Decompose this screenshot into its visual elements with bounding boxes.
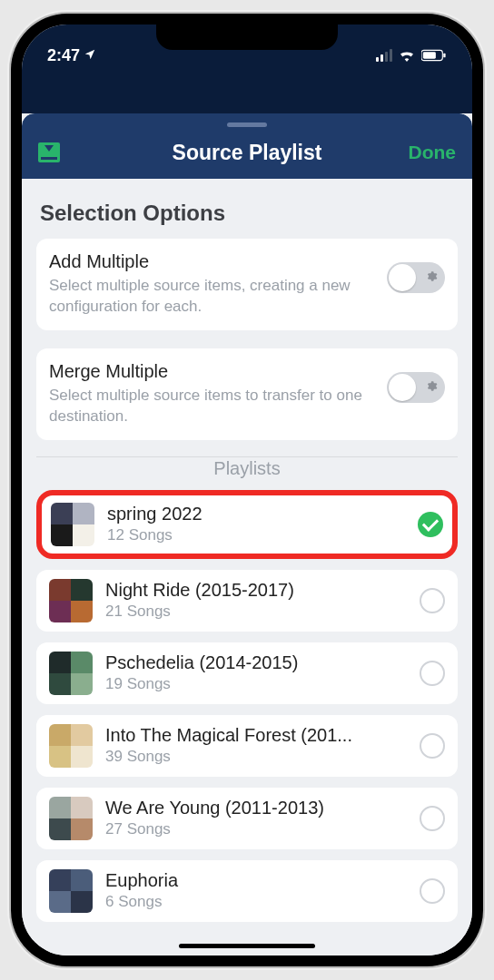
option-card: Add Multiple Select multiple source item… [36, 239, 458, 330]
svg-rect-2 [443, 54, 445, 58]
radio-unchecked[interactable] [420, 588, 445, 613]
status-right [376, 49, 447, 62]
playlist-subtitle: 21 Songs [105, 603, 420, 621]
toggle-knob [389, 374, 416, 401]
battery-icon [421, 49, 447, 62]
playlist-text: We Are Young (2011-2013) 27 Songs [105, 798, 420, 838]
playlist-artwork [49, 652, 93, 695]
playlist-row[interactable]: Pschedelia (2014-2015) 19 Songs [36, 642, 458, 704]
location-icon [84, 46, 96, 65]
done-button[interactable]: Done [409, 142, 457, 163]
playlist-artwork [49, 797, 93, 840]
playlist-title: Euphoria [105, 870, 420, 891]
status-time: 2:47 [47, 46, 80, 65]
gear-icon [425, 379, 438, 395]
playlist-title: Night Ride (2015-2017) [105, 580, 420, 601]
option-text: Add Multiple Select multiple source item… [49, 251, 387, 318]
phone-screen: 2:47 [22, 24, 472, 956]
playlist-subtitle: 19 Songs [105, 675, 420, 693]
radio-unchecked[interactable] [420, 661, 445, 686]
playlist-artwork [49, 869, 93, 913]
home-indicator[interactable] [179, 944, 315, 948]
playlist-artwork [49, 724, 93, 768]
option-card: Merge Multiple Select multiple source it… [36, 348, 458, 440]
playlist-title: spring 2022 [107, 504, 418, 524]
playlist-title: Pschedelia (2014-2015) [105, 652, 420, 673]
phone-frame: 2:47 [11, 14, 483, 966]
playlist-row[interactable]: Into The Magical Forest (201... 39 Songs [36, 715, 458, 777]
playlists-divider: Playlists [36, 458, 458, 479]
toggle-switch[interactable] [387, 372, 445, 403]
cellular-icon [376, 49, 392, 62]
playlist-text: Night Ride (2015-2017) 21 Songs [105, 580, 420, 621]
playlist-text: Euphoria 6 Songs [105, 870, 420, 911]
option-subtitle: Select multiple source items, creating a… [49, 276, 378, 318]
nav-background [22, 75, 472, 113]
option-subtitle: Select multiple source items to transfer… [49, 386, 378, 427]
checkmark-icon[interactable] [418, 512, 443, 537]
playlist-text: Pschedelia (2014-2015) 19 Songs [105, 652, 420, 693]
playlist-subtitle: 27 Songs [105, 820, 420, 838]
playlist-text: spring 2022 12 Songs [107, 504, 418, 544]
playlist-row[interactable]: Night Ride (2015-2017) 21 Songs [36, 570, 458, 632]
radio-unchecked[interactable] [420, 878, 445, 904]
notch [156, 24, 338, 50]
option-title: Add Multiple [49, 251, 378, 272]
playlist-text: Into The Magical Forest (201... 39 Songs [105, 725, 420, 766]
playlist-row[interactable]: We Are Young (2011-2013) 27 Songs [36, 788, 458, 849]
sheet-grabber[interactable] [227, 122, 267, 127]
sheet-content: Selection Options Add Multiple Select mu… [22, 179, 472, 956]
gear-icon [425, 270, 438, 286]
playlist-subtitle: 6 Songs [105, 893, 420, 911]
option-text: Merge Multiple Select multiple source it… [49, 361, 387, 427]
radio-unchecked[interactable] [420, 733, 445, 759]
playlist-artwork [51, 503, 94, 546]
playlist-row[interactable]: Euphoria 6 Songs [36, 860, 458, 922]
toggle-knob [389, 264, 416, 291]
playlist-row[interactable]: spring 2022 12 Songs [36, 490, 458, 559]
sheet-title: Source Playlist [173, 141, 322, 165]
status-left: 2:47 [47, 46, 96, 65]
playlist-title: Into The Magical Forest (201... [105, 725, 420, 746]
radio-unchecked[interactable] [420, 806, 445, 831]
playlist-artwork [49, 579, 93, 622]
playlist-subtitle: 39 Songs [105, 748, 420, 766]
svg-rect-1 [423, 52, 436, 58]
sheet: Source Playlist Done Selection Options A… [22, 113, 472, 956]
toggle-switch[interactable] [387, 262, 445, 293]
wifi-icon [398, 49, 416, 62]
option-title: Merge Multiple [49, 361, 378, 382]
sheet-header: Source Playlist Done [22, 113, 472, 179]
playlist-title: We Are Young (2011-2013) [105, 798, 420, 818]
download-icon[interactable] [38, 142, 60, 162]
playlist-subtitle: 12 Songs [107, 526, 418, 544]
section-title: Selection Options [40, 201, 454, 226]
